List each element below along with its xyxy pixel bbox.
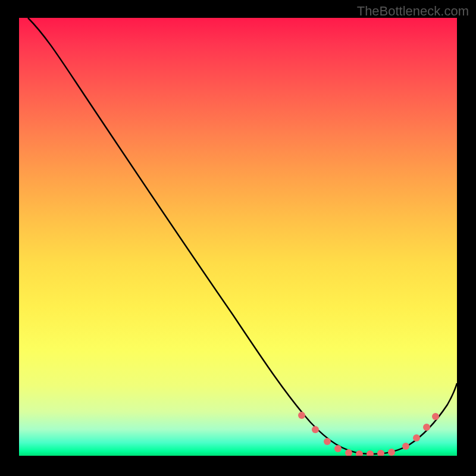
marker-dot [298, 412, 305, 419]
marker-dot [345, 449, 352, 456]
marker-dot [413, 434, 420, 441]
marker-dot [388, 449, 395, 456]
marker-dot [324, 438, 331, 445]
chart-svg [19, 18, 457, 456]
chart-plot-area [19, 18, 457, 456]
marker-group [298, 412, 439, 456]
bottleneck-curve-path [28, 18, 457, 454]
marker-dot [377, 450, 384, 456]
marker-dot [312, 426, 319, 433]
marker-dot [367, 450, 374, 456]
marker-dot [423, 424, 430, 431]
marker-dot [334, 445, 342, 452]
marker-dot [356, 450, 363, 456]
marker-dot [432, 413, 439, 420]
marker-dot [402, 443, 409, 450]
watermark-text: TheBottleneck.com [357, 4, 469, 19]
